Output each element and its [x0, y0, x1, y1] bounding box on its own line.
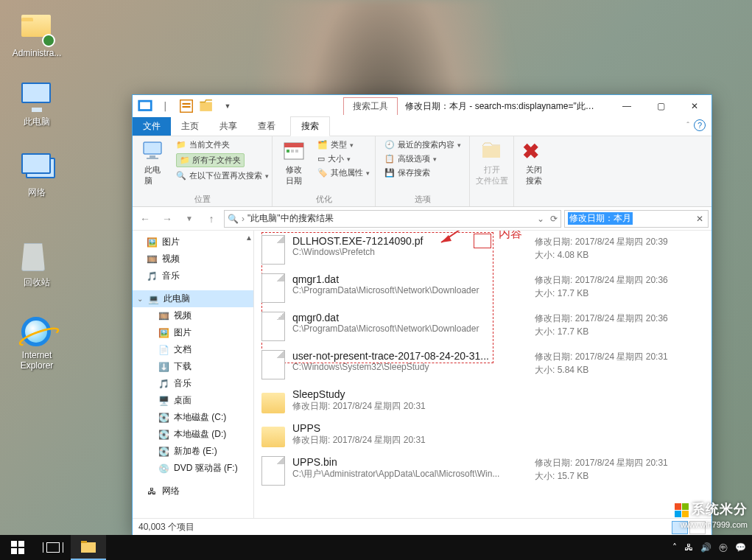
save-search-button[interactable]: 💾保存搜索	[384, 167, 461, 178]
volume-icon[interactable]: 🔊	[700, 542, 711, 553]
all-subfolders-button[interactable]: 📁 所有子文件夹	[176, 153, 269, 167]
collapse-ribbon-icon[interactable]: ˆ	[686, 121, 689, 130]
file-meta: 修改日期: 2017/8/24 星期四 20:31大小: 5.84 KB	[535, 350, 704, 379]
this-pc[interactable]: 此电脑	[9, 80, 65, 128]
svg-rect-12	[291, 150, 294, 153]
navigation-tree[interactable]: ▲ 🖼️图片 🎞️视频 🎵音乐 ⌄💻此电脑 🎞️视频 🖼️图片 📄文档 ⬇️下载…	[133, 231, 254, 518]
tree-desktop[interactable]: 🖥️桌面	[133, 392, 253, 409]
start-button[interactable]	[0, 535, 35, 560]
help-icon[interactable]: ?	[694, 119, 706, 131]
file-explorer-taskbar[interactable]	[71, 535, 106, 560]
new-folder-icon[interactable]	[199, 98, 215, 114]
props-icon: 🏷️	[317, 168, 328, 178]
file-row[interactable]: SleepStudy修改日期: 2017/8/24 星期四 20:31	[254, 384, 711, 418]
close-button[interactable]: ✕	[678, 95, 711, 117]
search-tools-contextual-tab[interactable]: 搜索工具	[343, 97, 398, 115]
up-button[interactable]: ↑	[202, 209, 221, 228]
tree-music[interactable]: 🎵音乐	[133, 267, 253, 284]
desktop-icon-label: Internet Explorer	[9, 350, 65, 371]
address-bar[interactable]: 🔍 › "此电脑"中的搜索结果 ⌄ ⟳	[224, 210, 561, 228]
action-center-icon[interactable]: 💬	[735, 542, 746, 553]
file-meta: 修改日期: 2017/8/24 星期四 20:36大小: 17.7 KB	[535, 312, 704, 341]
tab-file[interactable]: 文件	[133, 117, 171, 136]
music-icon: 🎵	[146, 271, 158, 281]
tree-videos-lib[interactable]: 🎞️视频	[133, 307, 253, 324]
other-properties-button[interactable]: 🏷️其他属性	[317, 167, 370, 178]
item-count: 40,003 个项目	[138, 521, 194, 533]
ime-icon[interactable]: ㊥	[719, 542, 728, 554]
advanced-options-button[interactable]: 📋高级选项	[384, 153, 461, 164]
tree-music-lib[interactable]: 🎵音乐	[133, 375, 253, 392]
history-dropdown[interactable]: ▼	[180, 209, 199, 228]
tab-home[interactable]: 主页	[171, 117, 209, 136]
tab-search[interactable]: 搜索	[290, 116, 330, 136]
file-path: C:\ProgramData\Microsoft\Network\Downloa…	[292, 285, 527, 295]
file-list[interactable]: 内容 DLLHOST.EXE-71214090.pfC:\Windows\Pre…	[254, 231, 711, 518]
expand-icon[interactable]: ⌄	[137, 295, 143, 303]
network[interactable]: 网络	[9, 150, 65, 199]
tree-this-pc[interactable]: ⌄💻此电脑	[133, 290, 253, 307]
desktop-icon-label: Administra...	[9, 48, 65, 58]
network-tray-icon[interactable]: 🖧	[684, 542, 693, 553]
tree-dvd[interactable]: 💿DVD 驱动器 (F:)	[133, 460, 253, 477]
this-pc-scope-button[interactable]: 此电 脑	[136, 139, 169, 186]
recent-searches-button[interactable]: 🕘最近的搜索内容	[384, 139, 461, 150]
tree-videos[interactable]: 🎞️视频	[133, 251, 253, 267]
tray-up-icon[interactable]: ˄	[672, 542, 677, 553]
this-pc-scope-label: 此电 脑	[144, 164, 161, 186]
tree-drive-e[interactable]: 💽新加卷 (E:)	[133, 443, 253, 460]
tab-share[interactable]: 共享	[209, 117, 247, 136]
kind-button[interactable]: 🗂️类型	[317, 139, 370, 150]
file-row[interactable]: qmgr0.datC:\ProgramData\Microsoft\Networ…	[254, 307, 711, 346]
desktop-icon: 🖥️	[158, 396, 169, 406]
search-value: 修改日期：本月	[568, 212, 633, 225]
clear-search-icon[interactable]: ✕	[696, 214, 703, 224]
search-input[interactable]: 修改日期：本月 ✕	[564, 210, 709, 228]
svg-rect-4	[183, 106, 191, 108]
tree-network[interactable]: 🖧网络	[133, 483, 253, 500]
tree-drive-d[interactable]: 💽本地磁盘 (D:)	[133, 426, 253, 443]
back-button[interactable]: ←	[136, 209, 155, 228]
scroll-up-icon[interactable]: ▲	[245, 234, 253, 248]
minimize-button[interactable]: —	[610, 95, 644, 117]
administrator-folder[interactable]: Administra...	[9, 9, 65, 58]
file-icon	[261, 235, 285, 265]
search-results-icon: 🔍	[228, 214, 239, 224]
dropdown-icon[interactable]: ⌄	[537, 214, 544, 224]
tree-documents[interactable]: 📄文档	[133, 341, 253, 358]
refresh-icon[interactable]: ⟳	[550, 214, 558, 224]
drive-icon: 💽	[158, 430, 169, 440]
tree-pictures[interactable]: 🖼️图片	[133, 234, 253, 251]
current-folder-button[interactable]: 📁当前文件夹	[176, 139, 269, 150]
date-modified-button[interactable]: 修改 日期	[278, 139, 310, 186]
advanced-icon: 📋	[384, 154, 395, 164]
file-row[interactable]: user-not-present-trace-2017-08-24-20-31.…	[254, 346, 711, 384]
forward-button[interactable]: →	[158, 209, 177, 228]
size-icon: ▭	[317, 154, 325, 164]
file-row[interactable]: DLLHOST.EXE-71214090.pfC:\Windows\Prefet…	[254, 231, 711, 269]
task-view-button[interactable]	[35, 535, 71, 560]
titlebar[interactable]: │ ▼ 搜索工具 修改日期：本月 - search-ms:displayname…	[133, 95, 711, 117]
qat-dropdown-icon[interactable]: ▼	[219, 98, 236, 114]
file-row[interactable]: UPPS.binC:\用户\Administrator\AppData\Loca…	[254, 452, 711, 490]
tree-drive-c[interactable]: 💽本地磁盘 (C:)	[133, 409, 253, 426]
system-menu-icon[interactable]	[137, 98, 153, 114]
window-title: 修改日期：本月 - search-ms:displayname="此电脑"中的搜…	[398, 100, 610, 113]
file-row[interactable]: UPPS修改日期: 2017/8/24 星期四 20:31	[254, 418, 711, 452]
maximize-button[interactable]: ▢	[644, 95, 678, 117]
file-row[interactable]: qmgr1.datC:\ProgramData\Microsoft\Networ…	[254, 269, 711, 307]
internet-explorer[interactable]: Internet Explorer	[9, 317, 65, 371]
search-again-in-button[interactable]: 🔍在以下位置再次搜索	[176, 170, 269, 181]
tree-downloads[interactable]: ⬇️下载	[133, 358, 253, 375]
tab-view[interactable]: 查看	[247, 117, 286, 136]
system-tray[interactable]: ˄ 🖧 🔊 ㊥ 💬	[672, 542, 752, 554]
recycle-bin[interactable]: 回收站	[9, 243, 65, 289]
qat-separator: │	[158, 98, 174, 114]
tree-pictures-lib[interactable]: 🖼️图片	[133, 324, 253, 341]
close-search-button[interactable]: ✖ 关闭 搜索	[518, 139, 550, 186]
properties-icon[interactable]	[178, 98, 194, 114]
size-button[interactable]: ▭大小	[317, 153, 370, 164]
file-name: UPPS.bin	[292, 456, 527, 468]
file-path: 修改日期: 2017/8/24 星期四 20:31	[292, 434, 527, 447]
pc-icon	[141, 139, 164, 163]
